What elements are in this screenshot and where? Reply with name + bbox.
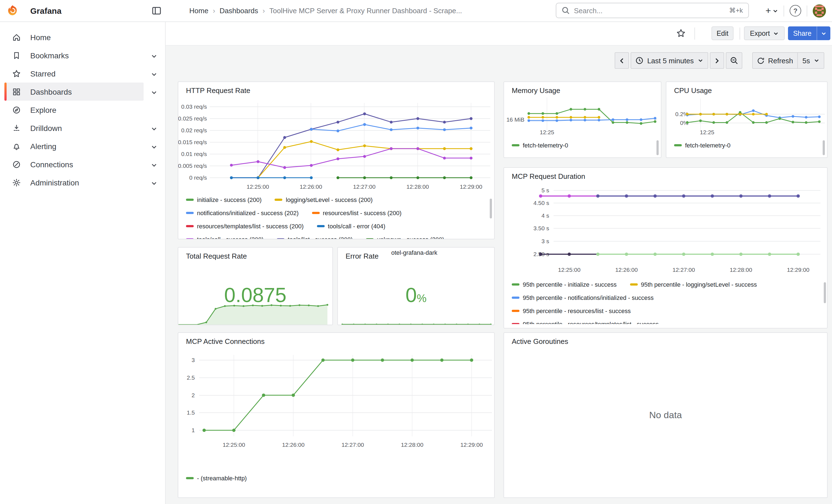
chevron-down-icon[interactable]	[151, 70, 157, 77]
no-data-message: No data	[504, 410, 827, 421]
chevron-down-icon[interactable]	[151, 124, 157, 131]
svg-text:12:29:00: 12:29:00	[787, 267, 809, 273]
legend-item[interactable]: 95th percentile - initialize - success	[512, 281, 617, 288]
panel-title[interactable]: HTTP Request Rate	[186, 86, 250, 95]
chevron-down-icon[interactable]	[151, 161, 157, 167]
sidebar-item-alerting[interactable]: Alerting	[4, 137, 144, 155]
help-icon[interactable]: ?	[790, 5, 801, 17]
search-input[interactable]: Search... ⌘+k	[556, 3, 749, 18]
legend-swatch	[186, 477, 194, 479]
svg-text:12:28:00: 12:28:00	[406, 184, 429, 190]
panel-title[interactable]: CPU Usage	[674, 86, 712, 95]
grafana-logo-icon[interactable]	[7, 4, 19, 17]
legend-item[interactable]: 95th percentile - resources/templates/li…	[512, 321, 659, 324]
svg-text:0.01 req/s: 0.01 req/s	[181, 151, 207, 157]
home-icon	[12, 33, 21, 42]
legend-item[interactable]: unknown - success (200)	[366, 236, 444, 239]
legend-item[interactable]: tools/call - error (404)	[317, 223, 386, 230]
legend-swatch	[630, 283, 638, 286]
star-dashboard-button[interactable]	[676, 29, 686, 38]
legend-item[interactable]: tools/list - success (200)	[277, 236, 353, 239]
legend-scrollbar[interactable]	[823, 140, 825, 155]
svg-text:12:25: 12:25	[540, 129, 554, 135]
panel-title[interactable]: MCP Active Connections	[186, 337, 265, 346]
legend-item[interactable]: notifications/initialized - success (202…	[186, 210, 298, 216]
chevron-down-icon[interactable]	[151, 88, 157, 95]
breadcrumb-item[interactable]: Dashboards	[219, 7, 258, 15]
breadcrumb-item[interactable]: Home	[189, 7, 208, 15]
sidebar-item-drilldown[interactable]: Drilldown	[4, 119, 144, 137]
refresh-button[interactable]: Refresh	[752, 52, 797, 69]
sidebar-item-dashboards[interactable]: Dashboards	[4, 82, 144, 101]
chevron-down-icon[interactable]	[151, 52, 157, 58]
search-shortcut: ⌘+k	[729, 7, 743, 14]
legend-item[interactable]: 95th percentile - resources/list - succe…	[512, 308, 631, 314]
share-menu-button[interactable]	[816, 26, 830, 40]
mcp-active-connections-chart: 32.521.5112:25:0012:26:0012:27:0012:28:0…	[178, 333, 495, 498]
zoom-out-icon	[730, 57, 738, 64]
legend-item[interactable]: fetch-telemetry-0	[512, 142, 568, 149]
legend-item[interactable]: - (streamable-http)	[186, 475, 247, 481]
share-button[interactable]: Share	[788, 26, 816, 40]
svg-text:0.005 req/s: 0.005 req/s	[178, 163, 207, 169]
add-new-button[interactable]: +	[765, 5, 778, 16]
chevron-down-icon	[821, 30, 827, 36]
panel-title[interactable]: Error Rate	[345, 252, 379, 260]
breadcrumb-separator: ›	[213, 7, 215, 15]
legend-item[interactable]: fetch-telemetry-0	[674, 142, 730, 149]
legend-item[interactable]: tools/call - success (200)	[186, 236, 264, 239]
panel-title[interactable]: Total Request Rate	[186, 252, 247, 260]
legend-item[interactable]: 95th percentile - logging/setLevel - suc…	[630, 281, 757, 288]
time-shift-back-button[interactable]	[615, 52, 629, 69]
sidebar-item-starred[interactable]: Starred	[4, 64, 144, 82]
breadcrumb: Home›Dashboards›ToolHive MCP Server & Pr…	[189, 0, 462, 22]
chevron-down-icon	[773, 30, 779, 36]
dashboard-subheader: Edit Export Share	[165, 22, 832, 46]
plus-icon: +	[765, 5, 771, 16]
legend-item[interactable]: 95th percentile - notifications/initiali…	[512, 294, 654, 301]
sidebar-toggle-icon[interactable]	[152, 6, 161, 16]
divider	[695, 27, 695, 39]
sidebar-item-label: Drilldown	[30, 124, 62, 132]
svg-text:2: 2	[191, 392, 195, 398]
sidebar-item-connections[interactable]: Connections	[4, 155, 144, 173]
svg-text:12:27:00: 12:27:00	[353, 184, 375, 190]
panel-title[interactable]: Active Goroutines	[512, 337, 568, 346]
legend-item[interactable]: logging/setLevel - success (200)	[275, 196, 373, 203]
legend-item[interactable]: resources/list - success (200)	[312, 210, 401, 216]
legend-swatch	[317, 225, 324, 227]
time-shift-forward-button[interactable]	[709, 52, 724, 69]
avatar[interactable]	[813, 4, 826, 17]
legend-scrollbar[interactable]	[824, 282, 826, 303]
sidebar-item-administration[interactable]: Administration	[4, 173, 144, 191]
sidebar-item-bookmarks[interactable]: Bookmarks	[4, 46, 144, 64]
legend-item[interactable]: resources/templates/list - success (200)	[186, 223, 304, 230]
panel-title[interactable]: Memory Usage	[512, 86, 560, 95]
refresh-interval-picker[interactable]: 5s	[798, 52, 824, 69]
chevron-down-icon[interactable]	[151, 179, 157, 185]
edit-button[interactable]: Edit	[711, 26, 733, 40]
legend-swatch	[366, 238, 374, 239]
legend-scrollbar[interactable]	[490, 198, 492, 218]
svg-text:3: 3	[191, 357, 195, 363]
sidebar-item-home[interactable]: Home	[4, 28, 144, 46]
gear-icon	[12, 178, 21, 187]
sidebar-item-label: Dashboards	[30, 87, 72, 96]
svg-text:12:27:00: 12:27:00	[672, 267, 695, 273]
time-range-picker[interactable]: Last 5 minutes	[631, 52, 708, 69]
svg-text:12:28:00: 12:28:00	[401, 442, 423, 448]
panel-title[interactable]: MCP Request Duration	[512, 172, 585, 181]
legend-scrollbar[interactable]	[656, 140, 659, 155]
legend-item[interactable]: initialize - success (200)	[186, 196, 262, 203]
chevron-down-icon[interactable]	[151, 142, 157, 149]
zoom-out-button[interactable]	[726, 52, 742, 69]
sidebar-item-explore[interactable]: Explore	[4, 101, 144, 119]
legend-swatch	[674, 144, 682, 147]
grafana-app: Grafana Home›Dashboards›ToolHive MCP Ser…	[0, 0, 832, 504]
export-button[interactable]: Export	[744, 26, 785, 40]
legend-swatch	[312, 212, 319, 214]
svg-text:12:25:00: 12:25:00	[223, 442, 245, 448]
svg-text:12:25: 12:25	[700, 129, 714, 135]
legend-swatch	[512, 144, 519, 147]
chevron-down-icon	[773, 8, 778, 14]
